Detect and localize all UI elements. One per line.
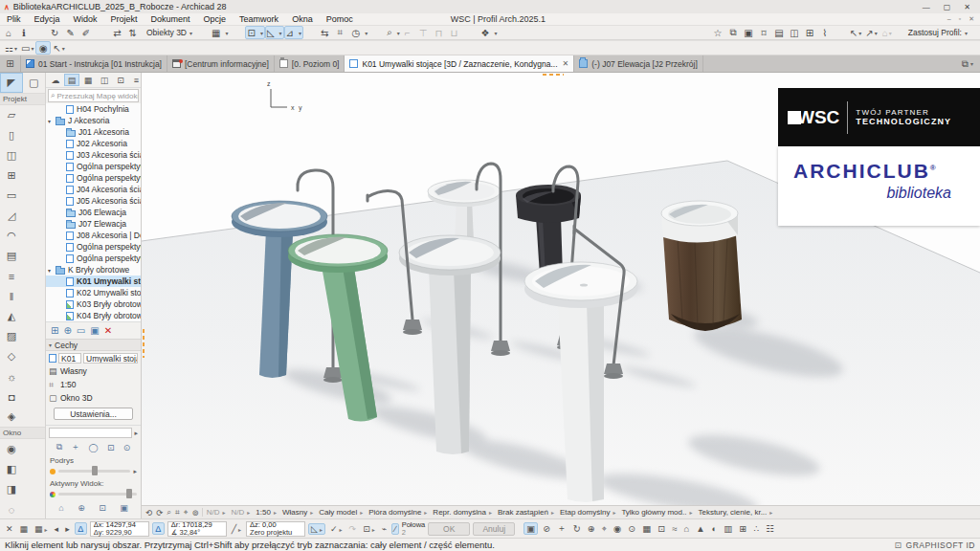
angle-snap-dropdown[interactable]: ⊿ [284,26,303,39]
tab-start[interactable]: 01 Start - Instrukcja [01 Instrukcja] [21,55,167,72]
home-icon-small[interactable]: ⌂ [681,523,691,534]
mdi-close-icon[interactable]: ✕ [969,15,974,23]
arrow-tool[interactable]: ◤ [0,73,23,93]
plane-constraint-dropdown[interactable]: ◺ [308,523,325,535]
model-view-field[interactable]: Repr. domyślna [430,508,495,517]
trace-settings-icon[interactable]: ⊙ [123,443,131,452]
interior-elevation-tool[interactable]: ◌ [0,499,23,518]
guide-line-icon[interactable]: ⌐ [402,26,417,39]
apply-profile-dropdown[interactable]: Zastosuj Profil: [908,28,968,37]
fit-reference-icon[interactable]: ⊡ [99,503,106,513]
tab-story-0[interactable]: [0. Poziom 0] [275,55,345,72]
layers-icon[interactable]: ▦ [640,523,653,534]
partial-structure-field[interactable]: Cały model [316,508,366,517]
no-walk-icon[interactable]: ⊘ [541,523,552,534]
curtain-wall-tool[interactable]: ▤ [0,246,23,266]
pen-set-row[interactable]: ▤Własny [46,364,141,378]
podrys-slider[interactable]: ▸ [46,465,141,477]
pens-field[interactable]: Pióra domyślne [366,508,430,517]
properties-header[interactable]: Cechy [46,339,141,351]
window-type-row[interactable]: ▢Okno 3D [46,391,141,405]
tree-item[interactable]: J06 Elewacja [46,207,141,218]
grid-options-dropdown[interactable]: ▦ [33,524,50,534]
orbit-small-icon[interactable]: ⌖ [182,507,190,518]
tree-item[interactable]: J08 Akcesoria | Dodatki [46,230,141,241]
morph-tool[interactable]: ◇ [0,346,23,366]
tab-k01-umywalki[interactable]: K01 Umywalki stojące [3D / Zaznaczenie, … [345,55,574,72]
view-name-field[interactable]: Umywalki stojące [83,353,138,364]
walk-icon[interactable]: ⊚ [190,508,201,518]
project-chooser-icon[interactable]: ☁ [48,74,63,86]
home-icon[interactable]: ⌂ [3,26,18,39]
tracker-close-icon[interactable]: ✕ [4,524,15,534]
tree-item[interactable]: Ogólna perspektywa [46,241,141,253]
guide-segment-icon[interactable]: ⊤ [417,26,434,39]
mesh-tool[interactable]: ◭ [0,306,23,326]
shadows-icon[interactable]: ≈ [670,523,679,534]
maximize-button[interactable]: ▢ [944,3,951,11]
slider-expand-icon[interactable]: ▸ [133,468,137,475]
transform-dropdown[interactable]: ⊡ [361,524,377,534]
marker-icon[interactable]: ⌑ [756,26,771,39]
stair-tool[interactable]: ≡ [0,266,23,286]
menu-item[interactable]: Widok [67,13,104,25]
railing-tool[interactable]: ‖ [0,286,23,306]
transfer-all-icon[interactable]: ⇅ [127,26,143,39]
info-icon[interactable]: ℹ [18,26,33,39]
tree-item[interactable]: J04 Akcesoria ścian i d [46,184,141,195]
tree-item[interactable]: J07 Elewacja [46,218,141,230]
tree-item[interactable]: J03 Akcesoria ścian i d [46,149,141,161]
trace-expand-icon[interactable]: ▸ [134,430,138,437]
lamp-tool[interactable]: ☼ [0,366,23,386]
coordinate-z-box[interactable]: Δz: 0,00Zero projektu [246,521,305,537]
prev-icon[interactable]: ◂ [53,524,61,534]
tree-item[interactable]: Ogólna perspektywa [46,161,141,172]
settings-button[interactable]: Ustawienia... [54,408,133,420]
column-tool[interactable]: ▯ [0,125,23,145]
books-icon[interactable]: ◫ [787,26,802,39]
standard-views-dropdown[interactable]: ⚏ [3,41,19,55]
view-settings-icon[interactable]: ▣ [90,325,99,336]
3d-viewport[interactable]: z x y [142,73,980,505]
zoom-icon[interactable]: ⌕ [165,507,173,518]
orbit-mode-icon[interactable]: ↻ [571,523,583,534]
menu-item[interactable]: Projekt [104,13,145,25]
coordinates-icon[interactable]: ⌗ [334,26,349,39]
screen-icon[interactable]: ▣ [741,26,756,39]
tab-overview-icon[interactable]: ⊞ [0,55,21,72]
layout-book-icon[interactable]: ▦ [80,74,96,86]
tab-close-icon[interactable]: ✕ [563,59,569,68]
menu-item[interactable]: Pomoc [320,13,360,25]
shell-tool[interactable]: ◠ [0,226,23,246]
swap-icon[interactable]: ⇆ [319,26,334,39]
coordinate-xy-box[interactable]: Δx: 14297,94Δy: 9229,90 [90,521,149,537]
tree-item[interactable]: Ogólna perspektywa [46,253,141,264]
favorites-icon[interactable]: ☆ [710,26,725,39]
menu-item[interactable]: Plik [0,13,28,25]
minimize-button[interactable]: — [923,3,930,11]
grid-lock-icon[interactable]: ▦ [18,524,31,534]
elevation-dropdown[interactable]: ╱ [230,524,243,534]
marquee-tool[interactable]: ▢ [23,73,46,93]
magic-wand-icon[interactable]: ⌁ [380,524,389,534]
delete-view-icon[interactable]: ✕ [104,325,112,336]
wall-tool[interactable]: ▱ [0,105,23,125]
offset-icon[interactable]: ↷ [347,524,359,534]
delta-xy-icon[interactable]: Δ [75,522,87,535]
look-around-icon[interactable]: ⊙ [626,523,637,534]
graphisoft-id[interactable]: ⊡ GRAPHISOFT ID [894,540,975,550]
view-map-search-input[interactable]: ⌕ Przeszukaj Mapę widoków [48,89,139,102]
publisher-icon[interactable]: ◫ [97,74,112,86]
view-map-icon[interactable]: ▤ [64,74,79,86]
scale-field[interactable]: 1:50 [253,508,279,517]
grid-snap-dropdown[interactable]: ▦ [210,26,230,39]
marquee-mode-dropdown[interactable]: ↗ [863,26,879,39]
up-icon[interactable]: ▲ [694,523,706,534]
rotate-icon[interactable]: ↻ [49,26,64,39]
layouts-icon[interactable]: ⧉ [725,26,741,39]
find-select-dropdown[interactable]: ⌕ [385,26,402,39]
tree-item[interactable]: Ogólna perspektywa [46,172,141,184]
tree-item[interactable]: H04 Pochylnia [46,103,141,115]
objects-3d-dropdown[interactable]: Obiekty 3D [143,26,194,39]
pen-set-field[interactable]: Własny [279,508,316,517]
